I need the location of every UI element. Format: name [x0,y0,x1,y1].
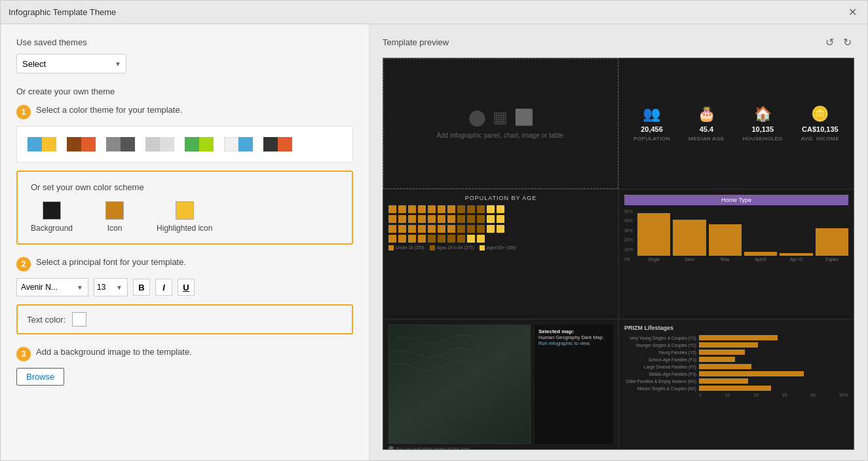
font-select[interactable]: Avenir N... [16,278,88,296]
step3-section: 3 Add a background image to the template… [16,346,353,386]
prizm-bar-2 [699,342,758,348]
window-title: Infographic Template Theme [9,7,116,17]
people-icon: 👥 [643,106,660,123]
text-color-swatch[interactable] [72,312,86,327]
palette-swatch-1[interactable] [28,137,56,151]
map-note: i You can add other layers to this map [388,446,613,450]
prizm-row-8: Mature Singles & Couples (M2) [624,386,848,391]
dot [418,205,426,213]
color-option-icon: Icon [105,201,124,233]
text-color-label: Text color: [27,315,66,325]
palette-row [28,137,342,151]
dot-grid [388,205,613,243]
legend-under18: Under 18 (250) [388,245,425,251]
background-color-swatch[interactable] [43,201,61,220]
palette-swatch-5[interactable] [185,137,214,151]
select-wrapper: Select Theme 1 Theme 2 ▼ [16,54,126,73]
dot [487,215,495,223]
money-icon: 🪙 [811,106,829,123]
dot [477,205,485,213]
left-panel: Use saved themes Select Theme 1 Theme 2 … [1,24,369,460]
prizm-bar-5 [699,364,751,369]
step1-header: 1 Select a color theme for your template… [16,104,353,119]
highlighted-color-swatch[interactable] [176,201,194,220]
pop-title: POPULATION BY AGE [388,195,613,201]
chart-title: Home Type [624,195,848,205]
dot [428,215,436,223]
pop-legend: Under 18 (250) Ages 18 to 64 (275) Aged … [388,245,613,251]
prizm-row-3: Young Families (Y2) [624,350,848,355]
stat-households-value: 10,135 [751,125,774,133]
font-size-select[interactable]: 13 10 12 14 16 [94,278,128,296]
back-button[interactable]: ↺ [823,35,837,50]
prizm-row-4: School-Age Families (F1) [624,357,848,362]
browse-button[interactable]: Browse [16,368,64,386]
palette-swatch-4[interactable] [145,137,174,151]
dot [428,235,436,243]
custom-scheme-title: Or set your own color scheme [31,182,339,192]
stat-age-value: 45.4 [700,125,713,133]
dot [418,235,426,243]
color-option-highlighted: Highlighted icon [157,201,212,233]
bold-button[interactable]: B [133,279,150,296]
dot [438,205,445,213]
underline-button[interactable]: U [178,279,195,296]
step2-circle: 2 [16,257,31,271]
stat-households: 🏠 10,135 HOUSEHOLDS [743,106,783,142]
prizm-label-2: Younger Singles & Couples (Y2) [624,343,696,348]
prizm-x-axis: 0 10 20 30 40 50% [624,393,848,397]
house-icon: 🏠 [754,106,772,123]
home-panel: Home Type 50% 40% 30% 20% 10% 0% [618,189,854,319]
prizm-bars: Very Young Singles & Couples (Y1) Younge… [624,335,848,391]
dot [438,225,445,233]
saved-themes-select[interactable]: Select Theme 1 Theme 2 [16,54,126,73]
prizm-panel: PRIZM Lifestages Very Young Singles & Co… [618,319,854,449]
step1-circle: 1 [16,105,31,119]
color-options: Background Icon Highlighted icon [31,201,339,233]
forward-button[interactable]: ↻ [840,35,854,50]
infographic: ⬤ ▦ ⬜ Add infographic panel, chart, imag… [383,58,854,449]
dot [447,215,455,223]
italic-button[interactable]: I [155,279,172,296]
step3-circle: 3 [16,347,31,361]
main-content: Use saved themes Select Theme 1 Theme 2 … [1,24,867,460]
dot [487,225,495,233]
dot [477,225,485,233]
palette-swatch-3[interactable] [106,137,135,151]
dot [467,215,475,223]
stat-population: 👥 20,456 POPULATION [633,106,670,142]
palette-swatch-2[interactable] [67,137,96,151]
background-label: Background [31,224,73,233]
font-controls: Avenir N... ▼ 13 10 12 14 16 ▼ [16,278,353,296]
dot [408,215,416,223]
dot [408,225,416,233]
main-window: Infographic Template Theme ✕ Use saved t… [0,0,868,461]
step2-section: 2 Select a principal font for your templ… [16,256,353,334]
stat-income-label: AVG. INCOME [801,136,839,142]
map-selected-label: Selected map: [538,329,609,334]
icon-color-swatch[interactable] [105,201,124,220]
prizm-x-20: 20 [753,393,759,397]
dot-row-4 [388,235,613,243]
close-button[interactable]: ✕ [846,6,859,18]
size-select-wrapper: 13 10 12 14 16 ▼ [94,278,128,296]
prizm-label-5: Large Diverse Families (F2) [624,365,696,369]
prizm-x-0: 0 [699,393,702,397]
prizm-bar-6 [699,371,804,376]
dot-row-2 [388,215,613,223]
highlighted-label: Highlighted icon [157,224,212,233]
palette-swatch-7[interactable] [263,137,292,151]
palette-swatch-6[interactable] [224,137,253,151]
dot [388,235,396,243]
nav-buttons: ↺ ↻ [823,35,854,50]
font-select-wrapper: Avenir N... ▼ [16,278,88,296]
prizm-label-1: Very Young Singles & Couples (Y1) [624,336,696,340]
chart-icon: ⬤ [468,108,486,127]
stat-age-label: MEDIAN AGE [689,136,725,142]
map-action[interactable]: Run infographic to view. [538,340,609,346]
prizm-label-7: Older Families & Empty Nesters (M1) [624,379,696,384]
prizm-x-30: 30 [782,393,787,397]
legend-dot-3 [480,245,485,251]
prizm-label-6: Middle-Age Families (F3) [624,372,696,376]
prizm-row-2: Younger Singles & Couples (Y2) [624,342,848,348]
